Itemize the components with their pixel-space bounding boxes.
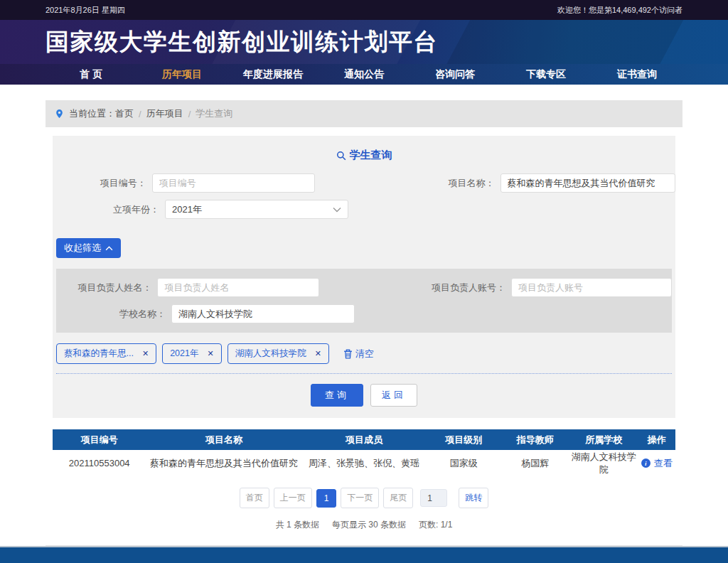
dotted-divider: [56, 373, 672, 374]
nav-item-downloads[interactable]: 下载专区: [500, 64, 592, 85]
breadcrumb-separator: /: [139, 109, 141, 119]
results-summary: 共 1 条数据 每页显示 30 条数据 页数: 1/1: [46, 519, 682, 531]
nav-item-qa[interactable]: 咨询问答: [410, 64, 500, 85]
breadcrumb-section[interactable]: 历年项目: [146, 107, 183, 120]
header-project-name: 项目名称: [146, 429, 301, 450]
cell-action: i 查看: [638, 450, 675, 476]
page-last-button[interactable]: 尾页: [383, 488, 413, 508]
collapse-filter-button[interactable]: 收起筛选: [56, 238, 121, 258]
filter-tag-label: 2021年: [170, 348, 198, 360]
filter-tag-school: 湖南人文科技学院 ✕: [228, 343, 329, 364]
query-button[interactable]: 查询: [311, 384, 363, 407]
leader-name-label: 项目负责人姓名：: [56, 282, 157, 294]
breadcrumb-prefix: 当前位置：: [69, 107, 115, 120]
chevron-up-icon: [105, 246, 113, 251]
school-name-input[interactable]: [171, 304, 355, 323]
project-no-label: 项目编号：: [53, 177, 152, 190]
nav-item-annual-report[interactable]: 年度进展报告: [228, 64, 318, 85]
clear-filters-label: 清空: [355, 348, 374, 360]
results-table: 项目编号 项目名称 项目成员 项目级别 指导教师 所属学校 操作 2021105…: [53, 429, 675, 476]
year-select[interactable]: 2021年: [165, 200, 348, 219]
nav-item-past-projects[interactable]: 历年项目: [136, 64, 228, 85]
filter-tag-label: 湖南人文科技学院: [235, 348, 306, 360]
clear-filters-button[interactable]: 清空: [343, 348, 374, 360]
search-title-label: 学生查询: [350, 149, 392, 162]
view-link[interactable]: i 查看: [641, 457, 673, 470]
top-status-bar: 2021年8月26日 星期四 欢迎您！您是第14,469,492个访问者: [0, 0, 728, 20]
cell-members: 周泽、张景驰、张倪、黄瑶: [301, 450, 426, 476]
view-link-label: 查看: [654, 457, 673, 470]
tag-close-icon[interactable]: ✕: [315, 349, 321, 358]
collapse-filter-label: 收起筛选: [64, 242, 101, 254]
page-jump-input[interactable]: [420, 489, 447, 507]
main-nav: 首 页 历年项目 年度进展报告 通知公告 咨询问答 下载专区 证书查询: [0, 64, 728, 85]
breadcrumb: 当前位置： 首页 / 历年项目 / 学生查询: [46, 100, 682, 127]
student-search-card: 学生查询 项目编号： 项目名称： 立项年份： 2021年: [53, 136, 675, 418]
site-title: 国家级大学生创新创业训练计划平台: [46, 26, 682, 58]
cell-school: 湖南人文科技学院: [569, 450, 638, 476]
nav-item-home[interactable]: 首 页: [46, 64, 136, 85]
cell-project-no: 202110553004: [53, 450, 146, 476]
project-no-input[interactable]: [152, 173, 315, 193]
header-school: 所属学校: [569, 429, 638, 450]
breadcrumb-separator: /: [188, 109, 191, 119]
main-content: 当前位置： 首页 / 历年项目 / 学生查询 学生查询 项目编号： 项目名称：: [0, 85, 728, 546]
page-first-button[interactable]: 首页: [240, 488, 269, 508]
site-banner: 国家级大学生创新创业训练计划平台: [0, 20, 728, 64]
location-pin-icon: [55, 108, 64, 119]
school-name-label: 学校名称：: [56, 308, 171, 321]
back-button[interactable]: 返回: [370, 384, 417, 407]
leader-account-label: 项目负责人账号：: [417, 282, 511, 294]
header-project-no: 项目编号: [53, 429, 146, 450]
filter-tag-project-name: 蔡和森的青年思... ✕: [56, 343, 156, 364]
chevron-down-icon: [333, 207, 341, 213]
tag-close-icon[interactable]: ✕: [142, 349, 149, 358]
current-date: 2021年8月26日 星期四: [46, 5, 125, 16]
header-action: 操作: [638, 429, 675, 450]
info-icon: i: [641, 459, 651, 468]
header-members: 项目成员: [301, 429, 426, 450]
header-teacher: 指导教师: [501, 429, 569, 450]
summary-total: 共 1 条数据: [276, 519, 319, 531]
cell-project-name: 蔡和森的青年思想及其当代价值研究: [146, 450, 301, 476]
cell-teacher: 杨国辉: [501, 450, 569, 476]
filter-tags: 蔡和森的青年思... ✕ 2021年 ✕ 湖南人文科技学院 ✕ 清空: [56, 343, 672, 364]
page-number-button[interactable]: 1: [316, 489, 337, 508]
table-header-row: 项目编号 项目名称 项目成员 项目级别 指导教师 所属学校 操作: [53, 429, 675, 450]
nav-item-announcements[interactable]: 通知公告: [318, 64, 410, 85]
search-title: 学生查询: [53, 149, 675, 162]
table-row: 202110553004 蔡和森的青年思想及其当代价值研究 周泽、张景驰、张倪、…: [53, 450, 675, 476]
cell-level: 国家级: [427, 450, 501, 476]
page-next-button[interactable]: 下一页: [341, 488, 379, 508]
advanced-filter-panel: 项目负责人姓名： 项目负责人账号： 学校名称：: [56, 269, 672, 333]
page-prev-button[interactable]: 上一页: [274, 488, 312, 508]
header-level: 项目级别: [427, 429, 501, 450]
tag-close-icon[interactable]: ✕: [207, 349, 213, 358]
breadcrumb-current: 学生查询: [196, 107, 232, 120]
footer-bar: [0, 546, 728, 563]
search-icon: [336, 151, 346, 161]
visitor-counter: 欢迎您！您是第14,469,492个访问者: [557, 5, 682, 16]
breadcrumb-home[interactable]: 首页: [115, 107, 134, 120]
year-select-value: 2021年: [172, 203, 202, 216]
project-name-label: 项目名称：: [417, 177, 500, 190]
project-name-input[interactable]: [500, 173, 676, 193]
summary-pages: 页数: 1/1: [419, 519, 452, 531]
leader-account-input[interactable]: [511, 278, 672, 297]
page-jump-button[interactable]: 跳转: [459, 488, 488, 508]
filter-tag-year: 2021年 ✕: [162, 343, 222, 364]
nav-item-certificates[interactable]: 证书查询: [592, 64, 682, 85]
trash-icon: [343, 349, 353, 359]
year-label: 立项年份：: [53, 203, 165, 216]
leader-name-input[interactable]: [157, 278, 319, 297]
pagination: 首页 上一页 1 下一页 尾页 跳转: [46, 488, 682, 508]
filter-tag-label: 蔡和森的青年思...: [64, 348, 134, 360]
summary-per-page: 每页显示 30 条数据: [332, 519, 406, 531]
